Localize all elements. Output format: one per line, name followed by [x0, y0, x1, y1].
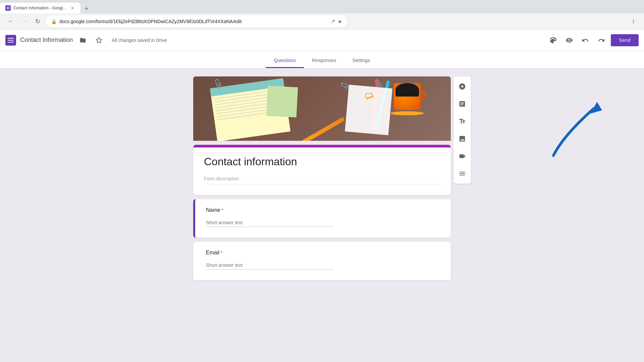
folder-button[interactable] — [77, 34, 89, 46]
email-question-label: Email * — [206, 250, 440, 256]
add-video-button[interactable] — [454, 148, 470, 164]
form-header-image: 📎 📎 📎 🗂 — [193, 76, 451, 141]
sticky-note-decoration — [266, 86, 298, 118]
import-question-button[interactable] — [454, 96, 470, 112]
preview-button[interactable] — [562, 34, 576, 47]
form-title[interactable]: Contact information — [204, 156, 440, 168]
email-answer-input[interactable] — [206, 261, 333, 269]
form-description-input[interactable] — [204, 173, 440, 184]
address-bar[interactable]: 🔒 docs.google.com/forms/d/1EkjZePd2B6zKD… — [46, 15, 347, 27]
send-button[interactable]: Send — [611, 34, 639, 46]
url-text: docs.google.com/forms/d/1EkjZePd2B6zKDPN… — [59, 19, 328, 24]
arrow-annotation — [543, 95, 610, 162]
coffee-cup-decoration — [390, 83, 424, 123]
name-question-label: Name * — [206, 207, 440, 213]
add-section-button[interactable] — [454, 166, 470, 182]
add-image-button[interactable] — [454, 131, 470, 147]
tab-close-button[interactable]: × — [70, 5, 75, 11]
browser-tab[interactable]: Contact Information - Google Fo... × — [0, 3, 80, 13]
tabs-bar: Questions Responses Settings — [0, 51, 644, 68]
bookmark-icon[interactable]: ★ — [338, 19, 342, 24]
sidebar-tools — [453, 76, 471, 184]
form-title-card: Contact information — [193, 145, 451, 195]
redo-button[interactable] — [595, 34, 608, 47]
form-container: 📎 📎 📎 🗂 Contact information — [193, 76, 451, 354]
pencil-decoration — [297, 117, 345, 141]
add-question-button[interactable] — [454, 78, 470, 95]
tab-title: Contact Information - Google Fo... — [13, 6, 67, 10]
new-tab-button[interactable]: + — [82, 4, 91, 13]
app-bar-actions: Send — [546, 34, 639, 47]
star-button[interactable] — [93, 34, 105, 46]
forward-button[interactable]: → — [19, 16, 30, 27]
svg-marker-0 — [96, 37, 102, 43]
name-question-card: Name * — [193, 199, 451, 238]
name-required-star: * — [222, 207, 223, 213]
add-title-button[interactable] — [454, 113, 470, 129]
share-icon[interactable]: ↗ — [331, 18, 335, 24]
undo-button[interactable] — [579, 34, 592, 47]
tab-settings[interactable]: Settings — [344, 54, 378, 68]
tab-responses[interactable]: Responses — [304, 54, 344, 68]
app-title: Contact Information — [20, 37, 73, 44]
back-button[interactable]: ← — [5, 16, 16, 27]
svg-marker-1 — [590, 102, 602, 114]
more-button[interactable]: ⋮ — [628, 16, 639, 27]
saved-status: All changes saved in Drive — [112, 38, 167, 43]
email-question-card: Email * — [193, 242, 451, 280]
main-content: 📎 📎 📎 🗂 Contact information — [0, 68, 644, 362]
tab-favicon — [5, 5, 11, 11]
app-logo — [5, 35, 16, 46]
palette-button[interactable] — [546, 34, 560, 47]
name-answer-input[interactable] — [206, 219, 333, 227]
lock-icon: 🔒 — [51, 19, 57, 24]
reload-button[interactable]: ↻ — [32, 16, 43, 27]
app-bar: Contact Information All changes saved in… — [0, 29, 644, 51]
tab-questions[interactable]: Questions — [266, 54, 304, 68]
email-required-star: * — [221, 250, 222, 255]
